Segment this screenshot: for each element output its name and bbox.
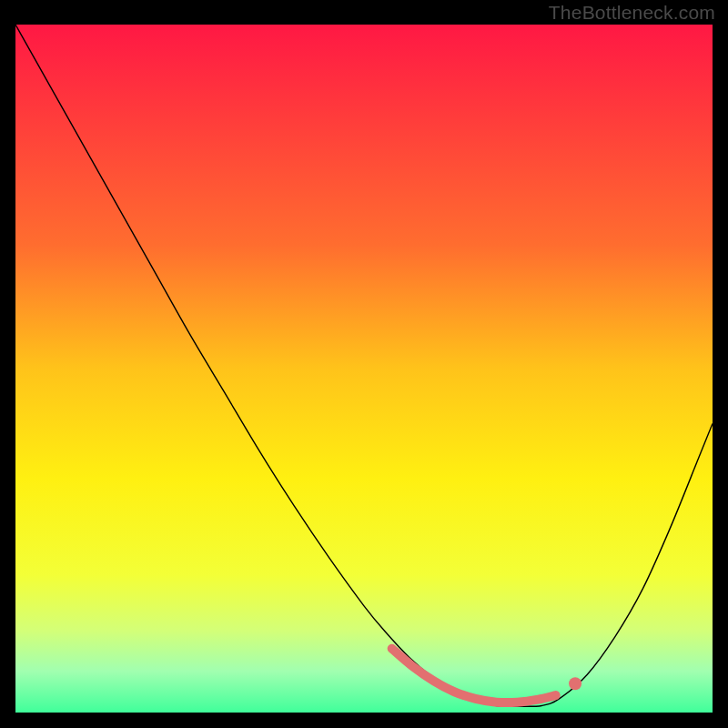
chart-svg	[15, 25, 713, 713]
series-highlight-dot-point	[569, 677, 581, 690]
watermark-text: TheBottleneck.com	[549, 2, 715, 24]
chart-plot-area	[15, 25, 713, 713]
chart-background	[15, 25, 713, 713]
